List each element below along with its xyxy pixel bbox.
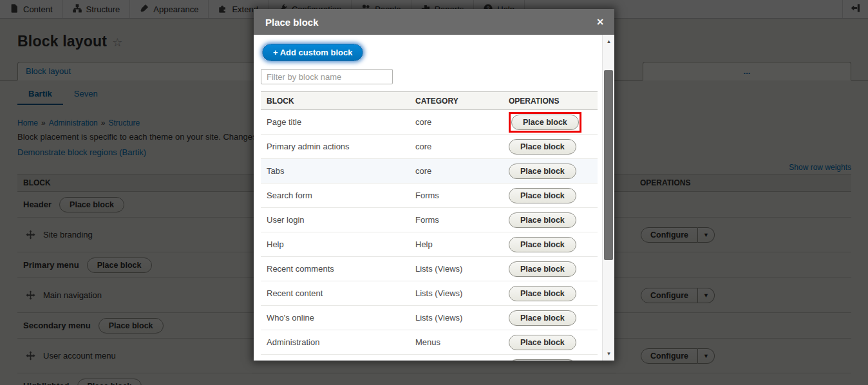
block-name: Tabs — [267, 166, 284, 176]
table-row: Who's onlineLists (Views)Place block — [261, 306, 598, 330]
table-row: Recent contentLists (Views)Place block — [261, 281, 598, 306]
place-block-button[interactable]: Place block — [509, 286, 576, 301]
scrollbar[interactable]: ▲ ▼ — [602, 35, 614, 361]
blocks-table: BLOCK CATEGORY OPERATIONS Page titlecore… — [261, 91, 598, 361]
column-header-operations: OPERATIONS — [509, 97, 559, 106]
scrollbar-thumb[interactable] — [604, 70, 613, 260]
block-name: Recent content — [267, 288, 323, 298]
table-row: Primary admin actionscorePlace block — [261, 135, 598, 159]
block-name: Search form — [267, 191, 312, 200]
operations: Place block — [509, 212, 576, 228]
place-block-dialog: Place block ✕ + Add custom block BLOCK C… — [254, 9, 614, 361]
table-body: Page titlecorePlace blockPrimary admin a… — [261, 110, 598, 361]
place-block-button[interactable]: Place block — [509, 139, 576, 155]
table-row: TabscorePlace block — [261, 159, 598, 183]
filter-input[interactable] — [261, 69, 393, 84]
table-row: Search formFormsPlace block — [261, 183, 598, 208]
operations: Place block — [509, 237, 576, 252]
block-category: Lists (Views) — [415, 313, 462, 323]
table-header-row: BLOCK CATEGORY OPERATIONS — [261, 91, 598, 110]
place-block-button[interactable]: Place block — [509, 188, 576, 203]
block-name: Page title — [267, 117, 301, 127]
block-name: Help — [267, 239, 284, 249]
highlight-annotation: Place block — [509, 112, 581, 133]
block-category: Forms — [415, 191, 439, 200]
add-custom-block-button[interactable]: + Add custom block — [262, 44, 363, 61]
dialog-titlebar[interactable]: Place block ✕ — [254, 9, 614, 35]
operations: Place block — [509, 164, 576, 179]
dialog-title: Place block — [265, 17, 319, 28]
scroll-up-arrow-icon[interactable]: ▲ — [603, 36, 614, 47]
block-name: Who's online — [267, 313, 314, 323]
column-header-category: CATEGORY — [415, 97, 458, 106]
operations: Place block — [509, 139, 576, 155]
block-name: Primary admin actions — [267, 142, 350, 151]
table-row: Place block — [261, 355, 598, 361]
block-category: Lists (Views) — [415, 264, 462, 274]
place-block-button[interactable]: Place block — [511, 115, 579, 130]
close-icon[interactable]: ✕ — [596, 17, 604, 26]
operations: Place block — [509, 335, 576, 350]
block-category: Help — [415, 239, 433, 249]
operations: Place block — [509, 112, 581, 133]
place-block-button[interactable]: Place block — [509, 310, 576, 326]
place-block-button[interactable]: Place block — [509, 359, 576, 361]
block-category: core — [415, 117, 431, 127]
scroll-down-arrow-icon[interactable]: ▼ — [603, 348, 614, 359]
place-block-button[interactable]: Place block — [509, 164, 576, 179]
operations: Place block — [509, 359, 576, 361]
dialog-content: + Add custom block BLOCK CATEGORY OPERAT… — [254, 35, 602, 361]
place-block-button[interactable]: Place block — [509, 212, 576, 228]
operations: Place block — [509, 261, 576, 277]
place-block-button[interactable]: Place block — [509, 335, 576, 350]
block-category: core — [415, 166, 431, 176]
block-name: Recent comments — [267, 264, 334, 274]
column-header-block: BLOCK — [267, 97, 294, 106]
block-name: User login — [267, 215, 305, 225]
table-row: AdministrationMenusPlace block — [261, 330, 598, 355]
place-block-button[interactable]: Place block — [509, 237, 576, 252]
block-category: core — [415, 142, 431, 151]
table-row: User loginFormsPlace block — [261, 208, 598, 232]
block-category: Forms — [415, 215, 439, 225]
block-name: Administration — [267, 337, 319, 347]
operations: Place block — [509, 188, 576, 203]
table-row: Page titlecorePlace block — [261, 110, 598, 135]
table-row: HelpHelpPlace block — [261, 232, 598, 257]
block-category: Lists (Views) — [415, 288, 462, 298]
operations: Place block — [509, 286, 576, 301]
place-block-button[interactable]: Place block — [509, 261, 576, 277]
screen: ContentStructureAppearanceExtendConfigur… — [0, 0, 868, 385]
operations: Place block — [509, 310, 576, 326]
block-category: Menus — [415, 337, 440, 347]
table-row: Recent commentsLists (Views)Place block — [261, 257, 598, 281]
